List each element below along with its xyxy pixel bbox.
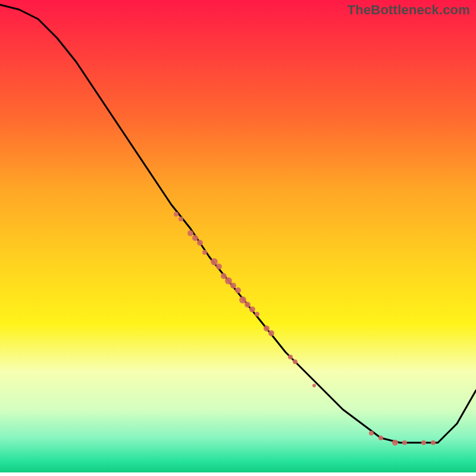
data-point [288,355,293,359]
bottleneck-chart: TheBottleneck.com [0,0,476,476]
data-point [402,440,407,445]
data-point [255,312,259,317]
data-point [421,440,426,445]
data-point [174,212,178,217]
data-point-group [174,212,436,446]
data-point [369,431,374,436]
watermark-text: TheBottleneck.com [347,2,470,18]
data-point [187,230,193,236]
data-point [293,359,298,364]
data-point [392,440,398,446]
data-point [230,283,236,289]
data-point [192,235,198,241]
data-point [235,287,241,293]
data-point [245,302,250,308]
data-point [225,277,232,284]
data-point [202,250,207,255]
data-point [378,436,383,440]
data-point [268,330,274,336]
data-point [178,217,183,221]
data-point [431,440,436,445]
bottleneck-curve [0,5,476,443]
data-point [197,240,203,246]
data-point [264,325,270,331]
data-point [249,306,255,312]
data-point [216,264,222,270]
data-point [221,273,227,279]
data-point [239,296,246,303]
plot-svg [0,0,476,476]
data-point [312,384,316,387]
data-point [211,258,218,265]
